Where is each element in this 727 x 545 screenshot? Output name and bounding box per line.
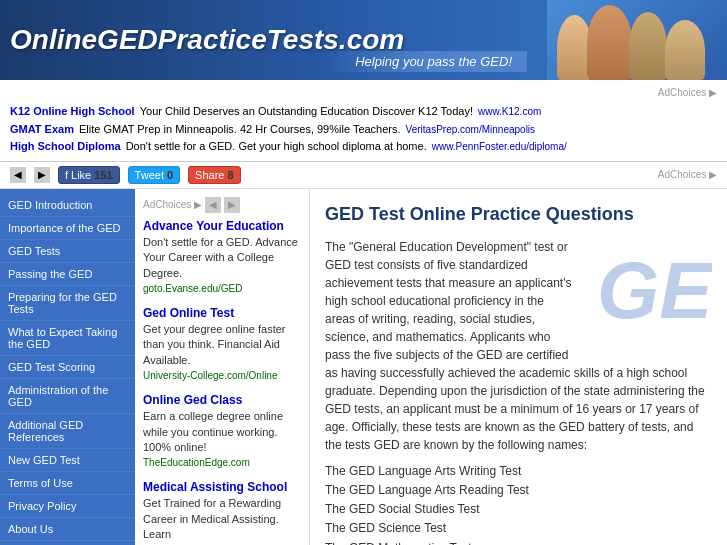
mid-ad-2-body: Get your degree online faster than you t… <box>143 322 301 368</box>
sidebar-item-passing[interactable]: Passing the GED <box>0 263 135 286</box>
ad-row-3: High School Diploma Don't settle for a G… <box>10 138 717 156</box>
sidebar-item-scoring[interactable]: GED Test Scoring <box>0 356 135 379</box>
fb-icon: f <box>65 169 68 181</box>
ged-logo-container: GED <box>592 238 712 349</box>
page-title: GED Test Online Practice Questions <box>325 201 712 228</box>
ad-k12-title[interactable]: K12 Online High School <box>10 103 135 121</box>
mid-ad-4-body: Get Trained for a Rewarding Career in Me… <box>143 496 301 542</box>
test-list-item-2: The GED Language Arts Reading Test <box>325 481 712 500</box>
tweet-label: Tweet <box>135 169 164 181</box>
sidebar-item-importance[interactable]: Importance of the GED <box>0 217 135 240</box>
mid-ad-1-body: Don't settle for a GED. Advance Your Car… <box>143 235 301 281</box>
ad-row-1: K12 Online High School Your Child Deserv… <box>10 103 717 121</box>
sidebar-item-terms[interactable]: Terms of Use <box>0 472 135 495</box>
mid-ad-1: Advance Your Education Don't settle for … <box>143 219 301 294</box>
twitter-tweet-button[interactable]: Tweet 0 <box>128 166 180 184</box>
ad-gmat-text: Elite GMAT Prep in Minneapolis. 42 Hr Co… <box>79 121 401 139</box>
mid-ad-3: Online Ged Class Earn a college degree o… <box>143 393 301 468</box>
mid-ad-1-url[interactable]: goto.Evanse.edu/GED <box>143 283 301 294</box>
mid-ad-1-title[interactable]: Advance Your Education <box>143 219 284 233</box>
adchoices-top: AdChoices ▶ <box>10 85 717 101</box>
header-tagline: Helping you pass the GED! <box>325 51 527 72</box>
ad-k12-url[interactable]: www.K12.com <box>478 104 541 120</box>
sidebar-item-preparing[interactable]: Preparing for the GED Tests <box>0 286 135 321</box>
header: OnlineGEDPracticeTests.com Helping you p… <box>0 0 727 80</box>
tweet-count: 0 <box>167 169 173 181</box>
sidebar-item-tests[interactable]: GED Tests <box>0 240 135 263</box>
mid-ad-3-title[interactable]: Online Ged Class <box>143 393 242 407</box>
header-image <box>547 0 727 80</box>
facebook-like-button[interactable]: f Like 151 <box>58 166 120 184</box>
adchoices-middle: AdChoices ▶ ◀ ▶ <box>143 197 301 213</box>
share-label: Share <box>195 169 224 181</box>
ad-row-2: GMAT Exam Elite GMAT Prep in Minneapolis… <box>10 121 717 139</box>
mid-ad-2: Ged Online Test Get your degree online f… <box>143 306 301 381</box>
test-list-item-4: The GED Science Test <box>325 519 712 538</box>
sidebar-item-introduction[interactable]: GED Introduction <box>0 194 135 217</box>
sidebar-item-administration[interactable]: Administration of the GED <box>0 379 135 414</box>
ad-gmat-title[interactable]: GMAT Exam <box>10 121 74 139</box>
like-count: 151 <box>94 169 112 181</box>
test-list-item-1: The GED Language Arts Writing Test <box>325 462 712 481</box>
like-label: Like <box>71 169 91 181</box>
ad-diploma-text: Don't settle for a GED. Get your high sc… <box>126 138 427 156</box>
share-count: 8 <box>227 169 233 181</box>
test-list-item-3: The GED Social Studies Test <box>325 500 712 519</box>
sidebar-item-about[interactable]: About Us <box>0 518 135 541</box>
ged-logo: GED <box>592 238 712 349</box>
middle-ad-column: AdChoices ▶ ◀ ▶ Advance Your Education D… <box>135 189 310 545</box>
mid-ad-4: Medical Assisting School Get Trained for… <box>143 480 301 542</box>
nav-next-arrow[interactable]: ▶ <box>34 167 50 183</box>
svg-text:GED: GED <box>597 246 712 335</box>
mid-nav-prev[interactable]: ◀ <box>205 197 221 213</box>
ad-k12-text: Your Child Deserves an Outstanding Educa… <box>140 103 473 121</box>
ad-diploma-title[interactable]: High School Diploma <box>10 138 121 156</box>
test-list-item-5: The GED Mathematics Test <box>325 539 712 545</box>
main-content: GED Test Online Practice Questions GED T… <box>310 189 727 545</box>
ad-gmat-url[interactable]: VeritasPrep.com/Minneapolis <box>406 122 536 138</box>
mid-ad-3-url[interactable]: TheEducationEdge.com <box>143 457 301 468</box>
share-button[interactable]: Share 8 <box>188 166 240 184</box>
nav-prev-arrow[interactable]: ◀ <box>10 167 26 183</box>
test-list: The GED Language Arts Writing Test The G… <box>325 462 712 545</box>
sidebar-item-new-ged[interactable]: New GED Test <box>0 449 135 472</box>
sidebar-item-additional[interactable]: Additional GED References <box>0 414 135 449</box>
social-bar: ◀ ▶ f Like 151 Tweet 0 Share 8 AdChoices… <box>0 162 727 189</box>
mid-nav-next[interactable]: ▶ <box>224 197 240 213</box>
mid-ad-2-title[interactable]: Ged Online Test <box>143 306 234 320</box>
mid-ad-3-body: Earn a college degree online while you c… <box>143 409 301 455</box>
sidebar-item-what-to-expect[interactable]: What to Expect Taking the GED <box>0 321 135 356</box>
ad-diploma-url[interactable]: www.PennFoster.edu/diploma/ <box>432 139 567 155</box>
mid-ad-2-url[interactable]: University-College.com/Online <box>143 370 301 381</box>
tagline-text: Helping you pass the GED! <box>355 54 512 69</box>
sidebar: GED Introduction Importance of the GED G… <box>0 189 135 545</box>
main-layout: GED Introduction Importance of the GED G… <box>0 189 727 545</box>
adchoices-social: AdChoices ▶ <box>658 169 717 180</box>
top-ads-bar: AdChoices ▶ K12 Online High School Your … <box>0 80 727 162</box>
sidebar-item-privacy[interactable]: Privacy Policy <box>0 495 135 518</box>
mid-ad-4-title[interactable]: Medical Assisting School <box>143 480 287 494</box>
